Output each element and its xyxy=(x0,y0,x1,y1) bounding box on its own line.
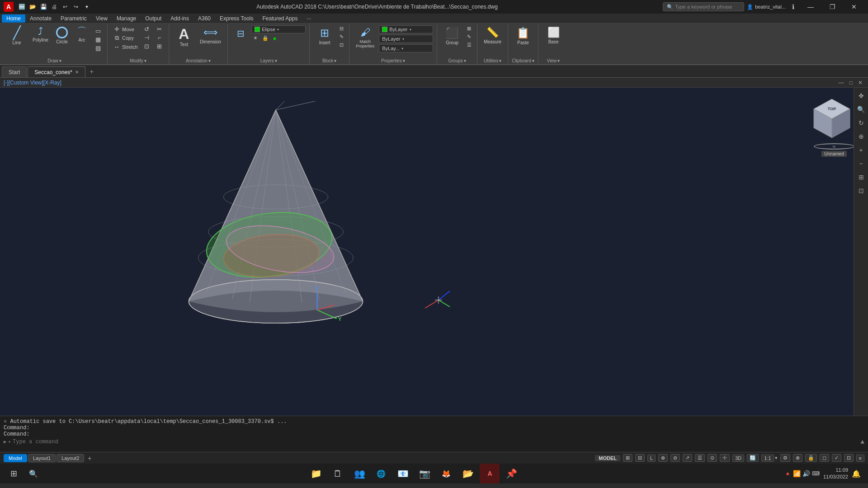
tab-seccao[interactable]: Seccao_cones* ✕ xyxy=(28,66,85,77)
plot-btn[interactable]: 🖨 xyxy=(50,2,59,11)
menu-addins[interactable]: Add-ins xyxy=(166,14,193,23)
snap-btn[interactable]: ⊟ xyxy=(635,454,645,462)
menu-a360[interactable]: A360 xyxy=(193,14,215,23)
layer-dropdown[interactable]: Elipse ▾ xyxy=(251,25,306,33)
dynucs-btn[interactable]: 🔄 xyxy=(747,454,759,462)
base-btn[interactable]: ⬜ Base xyxy=(542,25,565,46)
isolate-btn[interactable]: ◻ xyxy=(820,454,829,462)
zoom-btn[interactable]: 🔍 xyxy=(855,103,868,116)
sel-cycling-btn[interactable]: ☩ xyxy=(720,454,730,462)
app-icon[interactable]: A xyxy=(4,2,14,12)
annotation-label[interactable]: Annotation ▾ xyxy=(186,58,211,63)
pan-btn[interactable]: ✥ xyxy=(855,89,868,102)
menu-annotate[interactable]: Annotate xyxy=(25,14,56,23)
undo-btn[interactable]: ↩ xyxy=(61,2,70,11)
arc-btn[interactable]: ⌒ Arc xyxy=(73,25,91,44)
utilities-label[interactable]: Utilities ▾ xyxy=(484,58,501,63)
search-taskbar-btn[interactable]: 🔍 xyxy=(24,464,43,483)
taskbar-edge[interactable]: 🌐 xyxy=(371,464,391,483)
taskbar-photos[interactable]: 📷 xyxy=(415,464,434,483)
osnap-btn[interactable]: ⊘ xyxy=(670,454,680,462)
draw-hatch-btn[interactable]: ▦ xyxy=(93,36,104,43)
tab-seccao-close[interactable]: ✕ xyxy=(75,70,79,75)
viewcube[interactable]: TOP N Unnamed xyxy=(809,97,859,155)
vp-close-btn[interactable]: ✕ xyxy=(856,80,864,86)
polyline-btn[interactable]: ⤴ Polyline xyxy=(30,25,51,44)
ortho-btn[interactable]: L xyxy=(647,455,656,462)
menu-view[interactable]: View xyxy=(91,14,112,23)
open-btn[interactable]: 📂 xyxy=(28,2,37,11)
group-edit-btn[interactable]: ✎ xyxy=(465,33,473,40)
mirror-btn[interactable]: ⊣ xyxy=(142,34,152,42)
group-btn[interactable]: ⬛ Group xyxy=(441,25,463,47)
save-btn[interactable]: 💾 xyxy=(39,2,48,11)
ungroup-btn[interactable]: ⊠ xyxy=(465,25,473,32)
move-btn[interactable]: ✛ Move xyxy=(111,25,140,33)
taskbar-firefox[interactable]: 🦊 xyxy=(436,464,456,483)
rotate-btn[interactable]: ↺ xyxy=(142,25,152,33)
menu-output[interactable]: Output xyxy=(141,14,166,23)
trim-btn[interactable]: ✂ xyxy=(154,25,165,33)
manage-att-btn[interactable]: ⊡ xyxy=(338,42,345,48)
taskbar-notes[interactable]: 🗒 xyxy=(328,464,348,483)
add-layout-btn[interactable]: + xyxy=(85,455,94,462)
otrack-btn[interactable]: ↗ xyxy=(683,454,692,462)
taskbar-autocad[interactable]: A xyxy=(480,464,500,483)
properties-label[interactable]: Properties ▾ xyxy=(381,58,405,63)
layers-label[interactable]: Layers ▾ xyxy=(260,58,277,63)
workspace-btn[interactable]: ⊕ xyxy=(793,454,802,462)
close-btn[interactable]: ✕ xyxy=(844,0,864,14)
layer-lock-btn[interactable]: 🔒 xyxy=(260,35,270,42)
qa-more-btn[interactable]: ▾ xyxy=(82,2,91,11)
scale-btn[interactable]: ⊡ xyxy=(142,42,152,50)
paste-btn[interactable]: 📋 Paste xyxy=(512,25,534,47)
new-btn[interactable]: 🆕 xyxy=(17,2,26,11)
circle-btn[interactable]: Circle xyxy=(53,25,71,46)
vp-minimize-btn[interactable]: — xyxy=(837,80,846,86)
tab-add-btn[interactable]: + xyxy=(86,66,97,77)
lineweight-btn[interactable]: ☰ xyxy=(695,454,705,462)
taskbar-sticky[interactable]: 📌 xyxy=(501,464,521,483)
settings-btn[interactable]: ⚙ xyxy=(780,454,790,462)
bylayer-lineweight-dropdown[interactable]: ByLay... ▾ xyxy=(379,44,433,52)
groups-label[interactable]: Groups ▾ xyxy=(448,58,466,63)
volume-icon[interactable]: 🔊 xyxy=(802,470,810,477)
zoom-in-btn[interactable]: + xyxy=(855,144,868,156)
match-props-btn[interactable]: 🖌 MatchProperties xyxy=(353,25,377,50)
draw-label[interactable]: Draw ▾ xyxy=(47,58,61,63)
block-label[interactable]: Block ▾ xyxy=(322,58,336,63)
draw-gradient-btn[interactable]: ▨ xyxy=(93,44,104,52)
zoom-out-btn[interactable]: − xyxy=(855,157,868,170)
restore-btn[interactable]: ❐ xyxy=(822,0,843,14)
3dosnap-btn[interactable]: 3D xyxy=(732,455,744,462)
info-btn[interactable]: ℹ xyxy=(788,2,797,11)
hardware-accel-btn[interactable]: ✓ xyxy=(832,454,841,462)
stretch-btn[interactable]: ↔ Stretch xyxy=(111,43,140,51)
annotation-scale-btn[interactable]: 1:1 xyxy=(761,455,774,462)
draw-rect-btn[interactable]: ▭ xyxy=(93,27,104,35)
orbit-btn[interactable]: ↻ xyxy=(855,117,868,129)
fullscreen-btn[interactable]: ⊕ xyxy=(855,130,868,143)
customize-btn[interactable]: ≡ xyxy=(856,455,864,462)
taskbar-explorer[interactable]: 📁 xyxy=(306,464,326,483)
vp-maximize-btn[interactable]: □ xyxy=(848,80,854,86)
transparency-btn[interactable]: ⊙ xyxy=(708,454,717,462)
tab-layout2[interactable]: Layout2 xyxy=(57,454,84,462)
insert-btn[interactable]: ⊞ Insert xyxy=(313,25,336,47)
bylayer-linetype-dropdown[interactable]: ByLayer ▾ xyxy=(379,35,433,43)
search-box[interactable]: 🔍 Type a keyword or phrase xyxy=(663,2,744,11)
system-tray-icon[interactable]: 🔺 xyxy=(784,470,791,477)
copy-btn[interactable]: ⧉ Copy xyxy=(111,34,140,42)
layer-freeze-btn[interactable]: ☀ xyxy=(251,35,259,42)
create-block-btn[interactable]: ⊟ xyxy=(338,25,345,32)
cleanscreen-btn[interactable]: ⊡ xyxy=(844,454,854,462)
menu-more[interactable]: ··· xyxy=(302,14,316,23)
viewport[interactable]: Z Y xyxy=(0,88,868,416)
viewport-label[interactable]: [-][Custom View][X-Ray] xyxy=(4,80,61,86)
fillet-btn[interactable]: ⌐ xyxy=(154,34,165,42)
layer-color-btn[interactable]: ■ xyxy=(271,35,278,42)
start-btn[interactable]: ⊞ xyxy=(4,464,24,483)
network-icon[interactable]: 📶 xyxy=(793,470,801,477)
tab-layout1[interactable]: Layout1 xyxy=(28,454,56,462)
polar-btn[interactable]: ⊕ xyxy=(658,454,668,462)
